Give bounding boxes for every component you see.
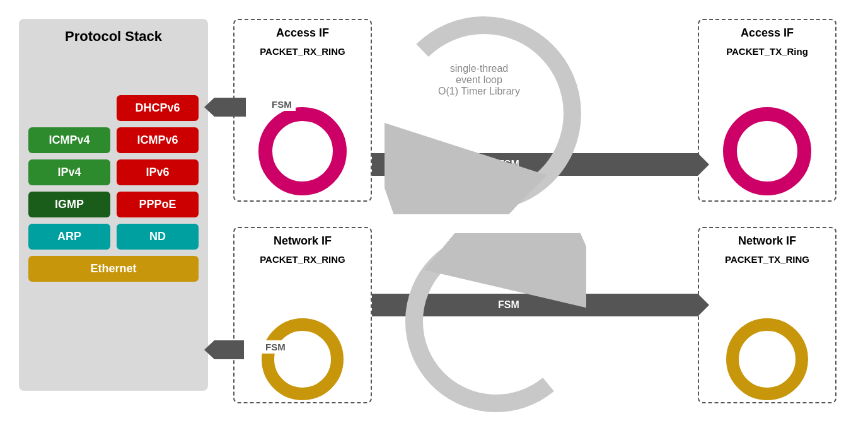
access-tx-ring (723, 107, 811, 195)
protocol-stack-title: Protocol Stack (28, 28, 199, 45)
pppoe-box: PPPoE (117, 192, 199, 217)
dhcpv6-row: DHCPv6 (28, 95, 199, 121)
network-tx-ring (726, 318, 808, 400)
event-loop-line1: single-thread (416, 63, 542, 74)
fsm-arrow-network-left-bar (214, 340, 244, 359)
access-rx-ring (258, 107, 347, 195)
ip-row: IPv4 IPv6 (28, 159, 199, 185)
fsm-label-network-rx: FSM (262, 340, 289, 354)
event-loop-text: single-thread event loop O(1) Timer Libr… (416, 63, 542, 97)
network-tx-title-line2: PACKET_TX_RING (699, 254, 835, 265)
fsm-arrow-access-left-bar (214, 98, 244, 117)
top-circular-arrow (385, 13, 586, 214)
access-tx-box: Access IF PACKET_TX_Ring (698, 19, 836, 202)
access-tx-title-line2: PACKET_TX_Ring (699, 46, 835, 57)
network-rx-ring (262, 318, 344, 400)
access-tx-title-line1: Access IF (699, 26, 835, 40)
icmpv6-box: ICMPv6 (117, 127, 199, 153)
nd-box: ND (117, 224, 199, 250)
arp-box: ARP (28, 224, 110, 250)
bottom-circular-arrow (385, 233, 586, 416)
ipv4-box: IPv4 (28, 159, 110, 185)
protocol-layers: DHCPv6 ICMPv4 ICMPv6 IPv4 IPv6 IGMP PPPo… (28, 95, 199, 282)
network-tx-box: Network IF PACKET_TX_RING (698, 227, 836, 403)
igmp-pppoe-row: IGMP PPPoE (28, 192, 199, 217)
icmp-row: ICMPv4 ICMPv6 (28, 127, 199, 153)
network-rx-title-line1: Network IF (234, 234, 371, 248)
event-loop-line2: event loop (416, 74, 542, 86)
network-rx-box: Network IF PACKET_RX_RING (233, 227, 372, 403)
icmpv4-box: ICMPv4 (28, 127, 110, 153)
access-rx-box: Access IF PACKET_RX_RING (233, 19, 372, 202)
fsm-label-access-rx: FSM (268, 98, 296, 111)
access-rx-title-line2: PACKET_RX_RING (234, 46, 371, 57)
access-rx-title-line1: Access IF (234, 26, 371, 40)
network-tx-title-line1: Network IF (699, 234, 835, 248)
protocol-stack-box: Protocol Stack DHCPv6 ICMPv4 ICMPv6 IPv4… (19, 19, 208, 391)
diagram-container: Protocol Stack DHCPv6 ICMPv4 ICMPv6 IPv4… (0, 0, 868, 421)
network-rx-title-line2: PACKET_RX_RING (234, 254, 371, 265)
ethernet-row: Ethernet (28, 256, 199, 282)
ethernet-box: Ethernet (28, 256, 199, 282)
arp-nd-row: ARP ND (28, 224, 199, 250)
igmp-box: IGMP (28, 192, 110, 217)
dhcpv6-box: DHCPv6 (117, 95, 199, 121)
event-loop-line3: O(1) Timer Library (416, 86, 542, 97)
ipv6-box: IPv6 (117, 159, 199, 185)
